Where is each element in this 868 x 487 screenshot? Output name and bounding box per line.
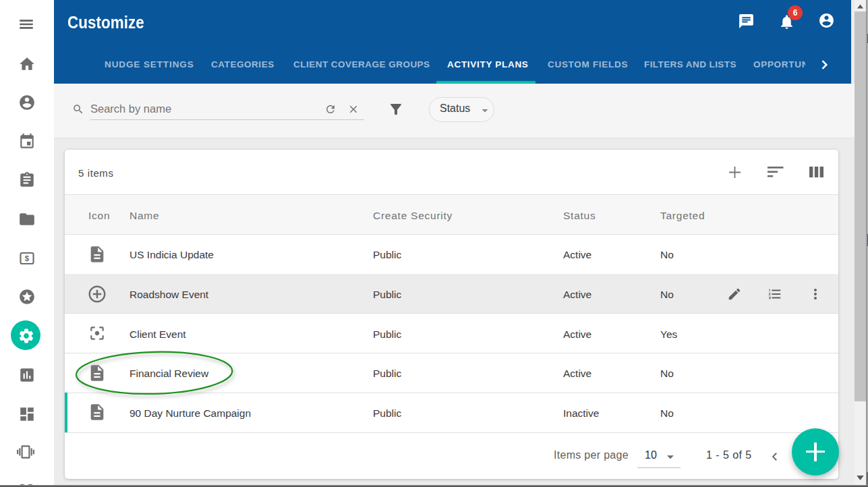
svg-text:$: $ [25,254,30,262]
